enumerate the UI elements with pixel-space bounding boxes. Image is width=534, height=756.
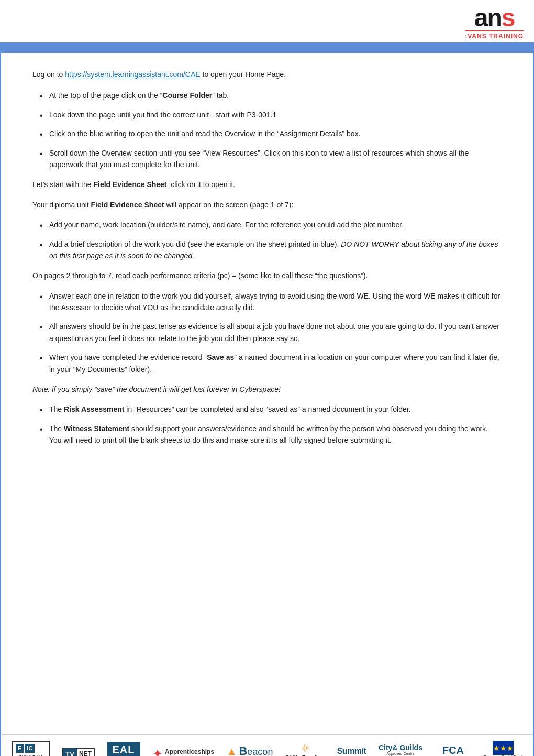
fca-text: FCA (442, 745, 464, 755)
eu-flag: ★★★ (493, 741, 514, 755)
para-diploma-unit: Your diploma unit Field Evidence Sheet w… (32, 199, 502, 211)
blue-bar (0, 43, 534, 53)
italic-note: Note: if you simply “save” the document … (32, 384, 502, 395)
logo-n: n (487, 4, 501, 31)
list-item: Add a brief description of the work you … (38, 238, 502, 262)
tv-letters: TV (63, 749, 77, 756)
beacon-eacon: eacon (247, 747, 273, 756)
apprenticeships-logo: ✦ Apprenticeships Good for our Business (152, 747, 214, 756)
main-content: Log on to https://system.learningassista… (0, 53, 534, 734)
city-text: City& (379, 743, 398, 752)
para-pages-2-7: On pages 2 through to 7, read each perfo… (32, 270, 502, 281)
list-item: All answers should be in the past tense … (38, 321, 502, 344)
footer-logos: E IC APPROVEDCONTRACTOR TV NET EAL RECOG… (0, 734, 534, 756)
bullet-list-3: Answer each one in relation to the work … (32, 290, 502, 375)
beacon-flame-icon: ▲ (227, 746, 237, 756)
beacon-b: B (239, 744, 247, 756)
tv-net-text: NET (79, 750, 92, 756)
learning-assistant-link[interactable]: https://system.learningassistant.com/CAE (65, 70, 200, 79)
ans-logo: ans :VANS TRAINING (465, 5, 524, 40)
logo-s: s (502, 4, 515, 31)
eic-approved-text: APPROVEDCONTRACTOR (16, 754, 46, 756)
list-item: Click on the blue writing to open the un… (38, 128, 502, 139)
list-item: The Witness Statement should support you… (38, 423, 502, 446)
eic-e-letter: E (16, 744, 24, 753)
summit-text: Summit (337, 747, 366, 756)
summit-skills-logo: Summit SKILLS (337, 747, 366, 756)
apprenticeships-icon: ✦ (152, 747, 163, 756)
para-field-evidence-intro: Let’s start with the Field Evidence Shee… (32, 179, 502, 190)
list-item: Scroll down the Overview section until y… (38, 147, 502, 171)
list-item: When you have completed the evidence rec… (38, 352, 502, 375)
list-item: Look down the page until you find the co… (38, 109, 502, 120)
eal-text: EAL (107, 742, 140, 756)
beacon-logo: ▲ Beacon company (227, 744, 273, 756)
logo-text: ans (474, 5, 515, 30)
header: ans :VANS TRAINING (0, 0, 534, 43)
list-item: At the top of the page click on the “Cou… (38, 90, 502, 101)
list-item: The Risk Assessment in “Resources” can b… (38, 403, 502, 415)
skills-funding-logo: ⚛ Skills Funding Agency (285, 742, 325, 756)
eal-logo: EAL RECOGNISEDPARTNER (107, 742, 140, 756)
eic-ic-letters: IC (25, 744, 35, 753)
guilds-text: Guilds (399, 743, 422, 752)
fca-logo: FCA Engineering and building services (435, 745, 472, 756)
skills-icon: ⚛ (301, 742, 310, 754)
intro-paragraph: Log on to https://system.learningassista… (32, 69, 502, 80)
list-item: Add your name, work location (builder/si… (38, 219, 502, 231)
bullet-list-2: Add your name, work location (builder/si… (32, 219, 502, 261)
logo-tagline: :VANS TRAINING (465, 30, 524, 40)
city-guilds-logo: City& Guilds Approved Centre Page 1 of 3 (379, 743, 422, 756)
eu-logo: ★★★ European Social Fund Investing in sk… (484, 741, 522, 756)
apprenticeships-label: Apprenticeships (165, 748, 214, 755)
bullet-list-4: The Risk Assessment in “Resources” can b… (32, 403, 502, 446)
logo-a: a (474, 4, 487, 31)
tv-net-logo: TV NET (62, 748, 95, 756)
city-approved-centre: Approved Centre (386, 752, 414, 755)
eic-logo: E IC APPROVEDCONTRACTOR (12, 741, 50, 756)
bullet-list-1: At the top of the page click on the “Cou… (32, 90, 502, 170)
list-item: Answer each one in relation to the work … (38, 290, 502, 314)
